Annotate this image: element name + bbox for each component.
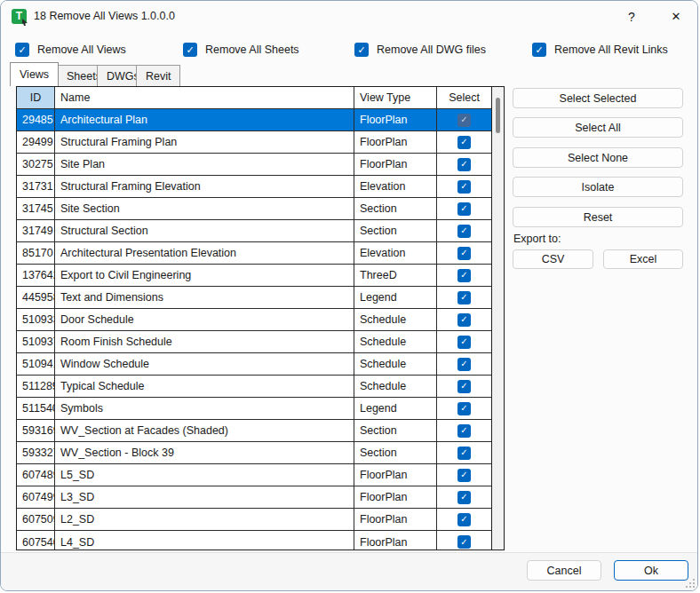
close-icon[interactable]: ✕ xyxy=(656,1,696,32)
checkbox-remove-all-sheets[interactable]: ✓ Remove All Sheets xyxy=(183,42,299,58)
cell-name: Export to Civil Engineering xyxy=(55,265,354,286)
table-row[interactable]: 607509 L2_SD FloorPlan ✓ xyxy=(17,509,491,531)
cell-select: ✓ xyxy=(437,486,491,508)
cell-id: 510933 xyxy=(17,309,55,330)
scrollbar-thumb[interactable] xyxy=(496,98,500,133)
column-header-select[interactable]: Select xyxy=(437,87,491,108)
cell-view-type: Section xyxy=(354,420,437,441)
row-checkbox[interactable]: ✓ xyxy=(457,513,471,526)
row-checkbox[interactable]: ✓ xyxy=(457,358,471,371)
cell-id: 607489 xyxy=(17,464,55,486)
table-row[interactable]: 29485 Architectural Plan FloorPlan ✓ xyxy=(17,109,491,131)
row-checkbox[interactable]: ✓ xyxy=(457,136,471,149)
table-row[interactable]: 30275 Site Plan FloorPlan ✓ xyxy=(17,154,491,176)
row-checkbox[interactable]: ✓ xyxy=(457,447,471,460)
select-none-button[interactable]: Select None xyxy=(513,147,683,168)
cell-id: 29485 xyxy=(17,109,55,130)
tab-revit[interactable]: Revit xyxy=(136,65,180,86)
cell-id: 31745 xyxy=(17,198,55,219)
cell-view-type: Schedule xyxy=(354,309,437,330)
row-checkbox[interactable]: ✓ xyxy=(457,380,471,393)
row-checkbox[interactable]: ✓ xyxy=(457,535,471,549)
row-checkbox[interactable]: ✓ xyxy=(457,313,471,327)
cell-select: ✓ xyxy=(437,198,491,219)
export-csv-button[interactable]: CSV xyxy=(513,249,593,269)
cell-id: 445958 xyxy=(17,287,55,308)
ok-button[interactable]: Ok xyxy=(614,560,688,581)
row-checkbox[interactable]: ✓ xyxy=(457,424,471,438)
resize-grip[interactable] xyxy=(686,579,695,588)
checkbox-checked-icon: ✓ xyxy=(183,43,197,57)
cell-select: ✓ xyxy=(437,420,491,441)
row-checkbox[interactable]: ✓ xyxy=(457,225,471,238)
reset-button[interactable]: Reset xyxy=(513,207,683,227)
row-checkbox[interactable]: ✓ xyxy=(457,269,471,282)
table-rows: 29485 Architectural Plan FloorPlan ✓ 294… xyxy=(17,109,491,550)
select-selected-button[interactable]: Select Selected xyxy=(513,88,683,108)
cell-name: Door Schedule xyxy=(55,309,354,330)
table-row[interactable]: 593327 WV_Section - Block 39 Section ✓ xyxy=(17,442,491,464)
cell-view-type: Elevation xyxy=(354,176,437,197)
cell-name: Architectural Presentation Elevation xyxy=(55,242,354,264)
table-row[interactable]: 445958 Text and Dimensions Legend ✓ xyxy=(17,287,491,309)
cell-view-type: FloorPlan xyxy=(354,131,437,153)
row-checkbox[interactable]: ✓ xyxy=(457,291,471,304)
table-row[interactable]: 137642 Export to Civil Engineering Three… xyxy=(17,265,491,287)
row-checkbox[interactable]: ✓ xyxy=(457,491,471,504)
row-checkbox[interactable]: ✓ xyxy=(457,247,471,260)
cell-select: ✓ xyxy=(437,442,491,463)
cell-name: Site Plan xyxy=(55,154,354,175)
cell-select: ✓ xyxy=(437,331,491,352)
table-row[interactable]: 510941 Window Schedule Schedule ✓ xyxy=(17,353,491,376)
cell-name: Window Schedule xyxy=(55,353,354,375)
cell-name: Text and Dimensions xyxy=(55,287,354,308)
column-header-view-type[interactable]: View Type xyxy=(354,87,437,108)
table-row[interactable]: 29499 Structural Framing Plan FloorPlan … xyxy=(17,131,491,154)
cancel-button[interactable]: Cancel xyxy=(527,560,601,581)
table-row[interactable]: 85170 Architectural Presentation Elevati… xyxy=(17,242,491,265)
row-checkbox[interactable]: ✓ xyxy=(457,469,471,482)
table-row[interactable]: 511540 Symbols Legend ✓ xyxy=(17,398,491,420)
views-table: ID Name View Type Select 29485 Architect… xyxy=(16,86,505,550)
row-checkbox[interactable]: ✓ xyxy=(457,402,471,415)
cell-id: 510941 xyxy=(17,353,55,375)
tab-views[interactable]: Views xyxy=(10,62,59,86)
row-checkbox[interactable]: ✓ xyxy=(457,180,471,194)
cell-id: 137642 xyxy=(17,265,55,286)
help-button[interactable]: ? xyxy=(612,1,651,32)
table-row[interactable]: 510937 Room Finish Schedule Schedule ✓ xyxy=(17,331,491,353)
cell-id: 29499 xyxy=(17,131,55,153)
row-checkbox[interactable]: ✓ xyxy=(457,114,471,127)
row-checkbox[interactable]: ✓ xyxy=(457,158,471,171)
isolate-button[interactable]: Isolate xyxy=(513,177,683,197)
row-checkbox[interactable]: ✓ xyxy=(457,202,471,216)
column-header-name[interactable]: Name xyxy=(55,87,354,108)
table-row[interactable]: 510933 Door Schedule Schedule ✓ xyxy=(17,309,491,331)
vertical-scrollbar[interactable] xyxy=(491,87,504,550)
export-excel-button[interactable]: Excel xyxy=(603,249,683,269)
table-row[interactable]: 593169 WV_Section at Facades (Shaded) Se… xyxy=(17,420,491,442)
checkbox-remove-all-views[interactable]: ✓ Remove All Views xyxy=(15,42,126,58)
cell-id: 31749 xyxy=(17,220,55,241)
row-checkbox[interactable]: ✓ xyxy=(457,336,471,349)
cell-name: L4_SD xyxy=(55,531,354,550)
table-row[interactable]: 31749 Structural Section Section ✓ xyxy=(17,220,491,242)
column-header-id[interactable]: ID xyxy=(17,87,55,108)
table-row[interactable]: 607499 L3_SD FloorPlan ✓ xyxy=(17,486,491,509)
select-all-button[interactable]: Select All xyxy=(513,117,683,138)
cell-name: WV_Section at Facades (Shaded) xyxy=(55,420,354,441)
table-row[interactable]: 31731 Structural Framing Elevation Eleva… xyxy=(17,176,491,198)
cell-view-type: Schedule xyxy=(354,331,437,352)
table-row[interactable]: 607489 L5_SD FloorPlan ✓ xyxy=(17,464,491,486)
cell-view-type: FloorPlan xyxy=(354,486,437,508)
cell-view-type: Section xyxy=(354,198,437,219)
checkbox-checked-icon: ✓ xyxy=(15,43,29,57)
cell-view-type: FloorPlan xyxy=(354,154,437,175)
table-row[interactable]: 607540 L4_SD FloorPlan ✓ xyxy=(17,531,491,550)
cell-select: ✓ xyxy=(437,109,491,130)
table-row[interactable]: 511289 Typical Schedule Schedule ✓ xyxy=(17,376,491,398)
cell-view-type: Schedule xyxy=(354,376,437,397)
checkbox-remove-all-dwg-files[interactable]: ✓ Remove All DWG files xyxy=(354,42,486,58)
table-row[interactable]: 31745 Site Section Section ✓ xyxy=(17,198,491,220)
checkbox-remove-all-revit-links[interactable]: ✓ Remove All Revit Links xyxy=(532,42,668,58)
